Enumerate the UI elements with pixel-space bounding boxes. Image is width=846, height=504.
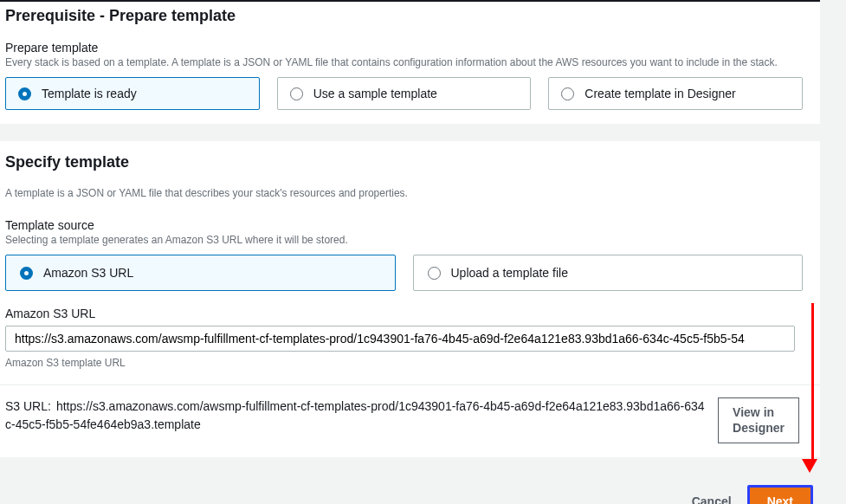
divider [0,384,820,385]
option-template-ready[interactable]: Template is ready [5,77,260,110]
option-s3-label: Amazon S3 URL [43,266,133,280]
wizard-footer: Cancel Next [0,475,820,504]
s3-url-input[interactable] [5,326,795,352]
radio-icon [20,267,33,280]
s3-url-label: Amazon S3 URL [5,307,803,320]
next-button[interactable]: Next [747,485,813,504]
cancel-button[interactable]: Cancel [692,494,732,504]
template-source-label: Template source [5,218,803,232]
option-create-in-designer[interactable]: Create template in Designer [548,77,803,110]
option-sample-template-label: Use a sample template [313,87,437,100]
s3-url-row: S3 URL:https://s3.amazonaws.com/awsmp-fu… [5,397,803,443]
option-template-ready-label: Template is ready [42,87,137,100]
specify-heading: Specify template [5,153,803,171]
template-source-desc: Selecting a template generates an Amazon… [5,234,803,246]
radio-icon [290,87,303,100]
specify-desc: A template is a JSON or YAML file that d… [5,187,803,199]
option-sample-template[interactable]: Use a sample template [277,77,532,110]
s3-url-help: Amazon S3 template URL [5,357,803,369]
view-in-designer-button[interactable]: View in Designer [718,397,799,443]
prepare-template-desc: Every stack is based on a template. A te… [5,56,803,68]
specify-template-panel: Specify template A template is a JSON or… [0,141,820,457]
radio-icon [428,267,441,280]
s3-url-display-value: https://s3.amazonaws.com/awsmp-fulfillme… [5,399,705,431]
template-source-options: Amazon S3 URL Upload a template file [5,255,803,291]
option-s3-url[interactable]: Amazon S3 URL [5,255,396,291]
option-upload-file[interactable]: Upload a template file [413,255,804,291]
prerequisite-heading: Prerequisite - Prepare template [5,7,803,25]
option-upload-label: Upload a template file [451,266,568,280]
prerequisite-panel: Prerequisite - Prepare template Prepare … [0,0,820,124]
s3-url-display-label: S3 URL: [5,399,51,413]
radio-icon [18,87,31,100]
prepare-template-options: Template is ready Use a sample template … [5,77,803,110]
radio-icon [561,87,574,100]
s3-url-display: S3 URL:https://s3.amazonaws.com/awsmp-fu… [5,397,707,434]
prepare-template-label: Prepare template [5,41,803,55]
option-create-designer-label: Create template in Designer [584,87,735,100]
